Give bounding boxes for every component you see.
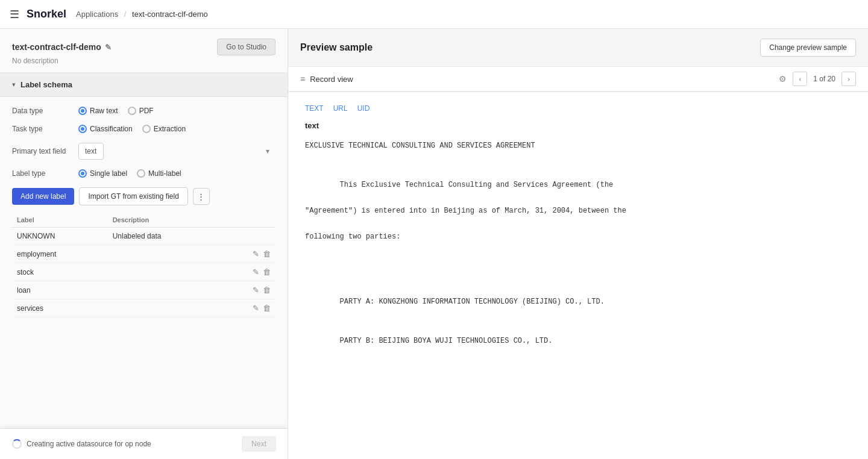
chevron-down-icon: ▾ [12, 81, 16, 89]
prev-record-button[interactable]: ‹ [793, 72, 807, 86]
import-gt-button[interactable]: Import GT from existing field [79, 187, 188, 205]
app-logo: Snorkel [27, 8, 66, 20]
toast-message-area: Creating active datasource for op node [12, 439, 151, 449]
project-header: text-contract-clf-demo ✎ Go to Studio No… [0, 29, 288, 73]
description-cell [108, 245, 222, 263]
label-type-row: Label type Single label Multi-label [12, 169, 275, 178]
primary-text-field-select-wrapper: text [78, 143, 275, 160]
label-cell: loan [12, 281, 108, 299]
right-panel: Preview sample Change preview sample ≡ R… [288, 29, 868, 459]
label-schema-section-header[interactable]: ▾ Label schema [0, 73, 288, 97]
edit-label-icon[interactable]: ✎ [253, 304, 259, 313]
tab-uid[interactable]: UID [357, 104, 370, 114]
more-options-button[interactable]: ⋮ [193, 188, 210, 205]
label-type-single-label: Single label [90, 169, 127, 178]
task-type-row: Task type Classification Extraction [12, 125, 275, 133]
task-type-classification-label: Classification [90, 125, 133, 133]
label-buttons-row: Add new label Import GT from existing fi… [12, 187, 275, 205]
description-column-header: Description [108, 213, 222, 228]
record-view-right: ⚙ ‹ 1 of 20 › [779, 72, 856, 86]
record-view-bar: ≡ Record view ⚙ ‹ 1 of 20 › [288, 66, 868, 92]
settings-icon[interactable]: ⚙ [779, 74, 787, 84]
data-type-pdf-label: PDF [139, 107, 154, 115]
label-type-multi[interactable]: Multi-label [137, 169, 181, 178]
label-cell: employment [12, 245, 108, 263]
actions-cell: ✎ 🗑 [221, 299, 275, 317]
data-type-raw-text[interactable]: Raw text [78, 107, 118, 115]
page-of: of [819, 75, 827, 83]
radio-pdf-indicator [128, 107, 136, 115]
goto-studio-button[interactable]: Go to Studio [217, 39, 275, 55]
record-tabs: TEXT URL UID [305, 104, 851, 114]
project-name: text-contract-clf-demo [12, 42, 101, 52]
next-button[interactable]: Next [242, 436, 276, 452]
edit-project-icon[interactable]: ✎ [105, 43, 112, 52]
label-cell: services [12, 299, 108, 317]
description-cell [108, 281, 222, 299]
label-schema-title: Label schema [20, 80, 72, 89]
table-row: services ✎ 🗑 [12, 299, 275, 317]
top-navigation: ☰ Snorkel Applications / text-contract-c… [0, 0, 868, 29]
page-total: 20 [828, 75, 835, 83]
loading-spinner [12, 439, 22, 449]
delete-label-icon[interactable]: 🗑 [263, 304, 271, 313]
delete-label-icon[interactable]: 🗑 [263, 249, 271, 258]
breadcrumb: Applications / text-contract-clf-demo [76, 10, 208, 19]
label-cell: stock [12, 263, 108, 281]
main-layout: text-contract-clf-demo ✎ Go to Studio No… [0, 29, 868, 459]
task-type-extraction-label: Extraction [154, 125, 186, 133]
preview-title: Preview sample [300, 42, 373, 53]
breadcrumb-separator: / [124, 10, 127, 19]
preview-header: Preview sample Change preview sample [288, 29, 868, 66]
delete-label-icon[interactable]: 🗑 [263, 267, 271, 276]
preview-area: TEXT URL UID text EXCLUSIVE TECHNICAL CO… [288, 92, 868, 459]
data-type-row: Data type Raw text PDF [12, 107, 275, 115]
tab-text[interactable]: TEXT [305, 104, 324, 114]
label-type-single[interactable]: Single label [78, 169, 127, 178]
data-type-label: Data type [12, 107, 78, 115]
actions-cell: ✎ 🗑 [221, 263, 275, 281]
project-description: No description [12, 57, 275, 65]
label-type-label: Label type [12, 169, 78, 178]
page-current: 1 [813, 75, 817, 83]
primary-text-field-label: Primary text field [12, 147, 78, 155]
radio-single-label-indicator [78, 169, 87, 178]
edit-label-icon[interactable]: ✎ [253, 286, 259, 295]
task-type-label: Task type [12, 125, 78, 133]
table-row: stock ✎ 🗑 [12, 263, 275, 281]
next-record-button[interactable]: › [841, 72, 856, 86]
data-type-pdf[interactable]: PDF [128, 107, 154, 115]
radio-classification-indicator [78, 125, 87, 133]
bottom-toast: Creating active datasource for op node N… [0, 428, 288, 459]
breadcrumb-applications[interactable]: Applications [76, 10, 118, 19]
left-panel: text-contract-clf-demo ✎ Go to Studio No… [0, 29, 288, 459]
task-type-extraction[interactable]: Extraction [142, 125, 186, 133]
edit-label-icon[interactable]: ✎ [253, 267, 259, 276]
task-type-radio-group: Classification Extraction [78, 125, 186, 133]
edit-label-icon[interactable]: ✎ [253, 249, 259, 258]
menu-icon[interactable]: ☰ [10, 8, 19, 21]
change-preview-sample-button[interactable]: Change preview sample [760, 39, 856, 57]
label-type-multi-label: Multi-label [148, 169, 181, 178]
description-cell [108, 299, 222, 317]
data-type-radio-group: Raw text PDF [78, 107, 154, 115]
primary-text-field-select[interactable]: text [78, 143, 104, 160]
primary-text-field-row: Primary text field text [12, 143, 275, 160]
actions-column-header [221, 213, 275, 228]
add-new-label-button[interactable]: Add new label [12, 188, 74, 205]
delete-label-icon[interactable]: 🗑 [263, 286, 271, 295]
project-title: text-contract-clf-demo ✎ [12, 42, 112, 52]
table-row: employment ✎ 🗑 [12, 245, 275, 263]
tab-url[interactable]: URL [333, 104, 348, 114]
description-cell: Unlabeled data [108, 228, 222, 245]
record-field-name: text [305, 121, 851, 130]
label-cell: UNKNOWN [12, 228, 108, 245]
actions-cell [221, 228, 275, 245]
description-cell [108, 263, 222, 281]
table-row: loan ✎ 🗑 [12, 281, 275, 299]
actions-cell: ✎ 🗑 [221, 245, 275, 263]
labels-table: Label Description UNKNOWN Unlabeled data… [12, 213, 275, 317]
task-type-classification[interactable]: Classification [78, 125, 133, 133]
record-view-menu-icon: ≡ [300, 74, 305, 84]
label-column-header: Label [12, 213, 108, 228]
